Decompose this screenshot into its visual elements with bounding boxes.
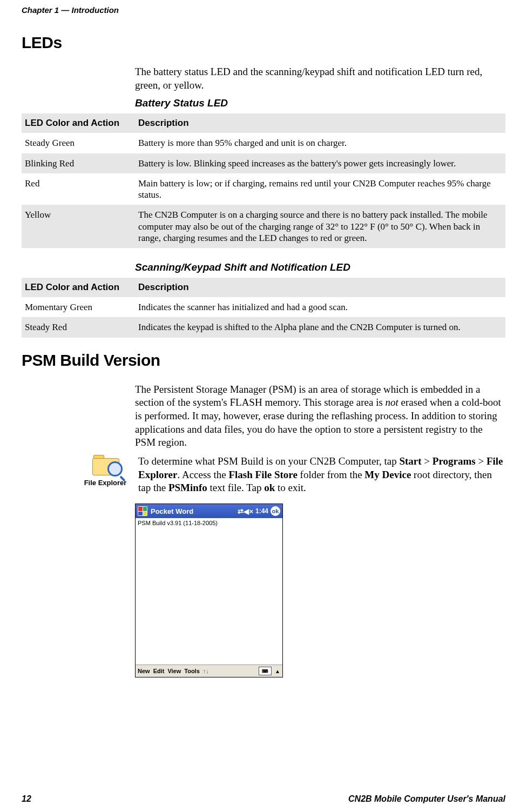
ss-app-title: Pocket Word (151, 507, 193, 515)
leds-intro-text: The battery status LED and the scanning/… (135, 65, 505, 92)
table-cell: Battery is low. Blinking speed increases… (135, 153, 505, 173)
table-cell: Steady Red (22, 317, 135, 337)
ss-document-body: PSM Build v3.91 (11-18-2005) (136, 518, 282, 665)
table-header: Description (135, 278, 505, 297)
table-cell: Steady Green (22, 133, 135, 153)
heading-psm: PSM Build Version (22, 351, 505, 370)
ss-titlebar: Pocket Word ⇄ ◀× 1:44 ok (136, 504, 282, 518)
psm-paragraph-2: To determine what PSM Build is on your C… (138, 455, 505, 495)
table-cell: Main battery is low; or if charging, rem… (135, 173, 505, 205)
psm-build-text: PSM Build v3.91 (11-18-2005) (138, 520, 218, 526)
connectivity-icon: ⇄ (238, 507, 244, 515)
table-header: LED Color and Action (22, 278, 135, 297)
file-explorer-icon: File Explorer (76, 455, 135, 487)
table-scanning-led: LED Color and Action Description Momenta… (22, 278, 505, 338)
table-cell: Yellow (22, 205, 135, 248)
table-cell: Red (22, 173, 135, 205)
chapter-header: Chapter 1 — Introduction (22, 5, 505, 15)
file-explorer-label: File Explorer (76, 479, 135, 487)
subhead-battery-status: Battery Status LED (135, 97, 505, 109)
keyboard-icon[interactable]: ⌨ (259, 667, 272, 675)
windows-start-icon[interactable] (138, 506, 147, 516)
subhead-scanning-led: Scanning/Keypad Shift and Notification L… (135, 261, 505, 273)
table-cell: Battery is more than 95% charged and uni… (135, 133, 505, 153)
sync-icon[interactable]: ↑↓ (203, 668, 209, 674)
table-cell: Indicates the keypad is shifted to the A… (135, 317, 505, 337)
table-header: LED Color and Action (22, 113, 135, 133)
menu-tools[interactable]: Tools (184, 668, 200, 674)
table-battery-status-led: LED Color and Action Description Steady … (22, 113, 505, 248)
ss-menubar: New Edit View Tools ↑↓ ⌨ ▲ (136, 665, 282, 677)
heading-leds: LEDs (22, 33, 505, 52)
table-cell: The CN2B Computer is on a charging sourc… (135, 205, 505, 248)
table-cell: Indicates the scanner has initialized an… (135, 297, 505, 317)
menu-up-arrow-icon[interactable]: ▲ (275, 668, 280, 674)
ss-clock: 1:44 (255, 507, 268, 515)
page-number: 12 (22, 794, 31, 804)
menu-view[interactable]: View (167, 668, 181, 674)
table-cell: Blinking Red (22, 153, 135, 173)
table-cell: Momentary Green (22, 297, 135, 317)
psm-paragraph-1: The Persistent Storage Manager (PSM) is … (135, 383, 505, 449)
ok-button[interactable]: ok (271, 506, 280, 516)
pocket-word-screenshot: Pocket Word ⇄ ◀× 1:44 ok PSM Build v3.91… (135, 504, 283, 677)
document-title: CN2B Mobile Computer User's Manual (348, 794, 505, 804)
table-header: Description (135, 113, 505, 133)
menu-edit[interactable]: Edit (153, 668, 165, 674)
menu-new[interactable]: New (138, 668, 150, 674)
volume-icon: ◀× (244, 507, 253, 515)
